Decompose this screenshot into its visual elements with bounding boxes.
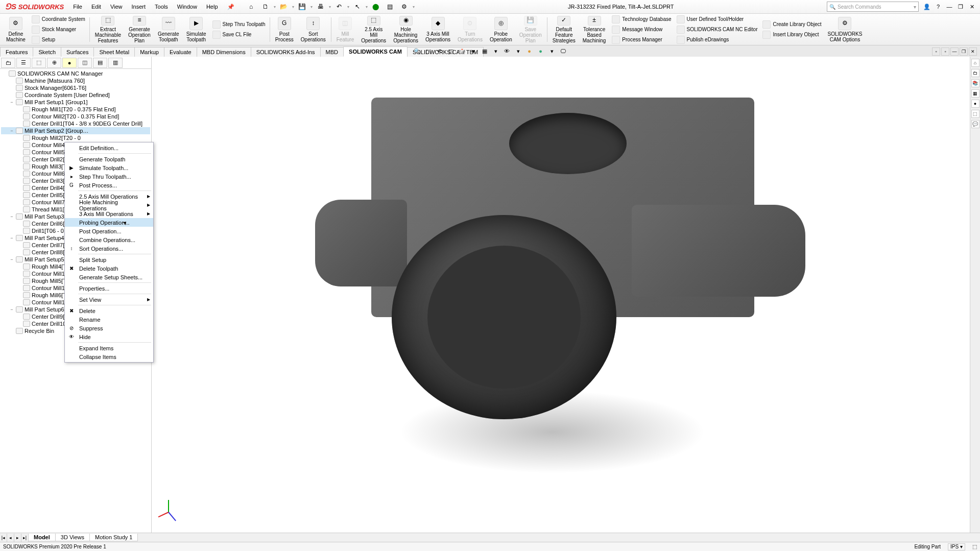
select-icon[interactable]: ↖ [351,2,364,12]
help-icon[interactable]: ? [934,3,942,11]
3-axis-button[interactable]: ◆3 Axis Mill Operations [422,15,453,44]
tree-row[interactable]: Coordinate System [User Defined] [1,91,150,99]
home-pane-icon[interactable]: ⌂ [971,59,979,67]
tree-row[interactable]: SOLIDWORKS CAM NC Manager [1,70,150,77]
display-style-icon[interactable]: ▦ [480,46,489,56]
tree-row[interactable]: Center Drill1[T04 - 3/8 x 90DEG Center D… [1,120,150,127]
tree-row[interactable]: Rough Mill2[T20 - 0 [1,134,150,141]
simulate-toolpath-button[interactable]: ▶Simulate Toolpath [183,15,209,44]
close-icon[interactable]: ✕ [968,3,976,11]
cm-hole-machining-operations[interactable]: Hole Machining Operations▶ [65,201,153,209]
tab-next-icon[interactable]: ▸ [14,534,21,542]
home-icon[interactable]: ⌂ [245,2,258,12]
tab-mbd[interactable]: MBD [320,47,344,57]
step-item-0[interactable]: Step Thru Toolpath [210,20,268,29]
zoom-fit-icon[interactable]: 🔍 [413,46,422,56]
tree-row[interactable]: Stock Manager[6061-T6] [1,84,150,91]
tech-item-2[interactable]: Process Manager [610,35,673,44]
pin-icon[interactable]: 📌 [227,4,234,10]
tab-markup[interactable]: Markup [134,47,164,57]
lib-item-1[interactable]: Insert Library Object [760,30,823,39]
vp-min-icon[interactable]: — [950,47,959,56]
cm-combine-operations-[interactable]: Combine Operations... [65,235,153,244]
tab-mbd-dimensions[interactable]: MBD Dimensions [197,47,251,57]
menu-insert[interactable]: Insert [128,2,150,12]
tab-solidworks-cam[interactable]: SOLIDWORKS CAM [343,46,408,57]
resources-pane-icon[interactable]: 🗀 [971,69,979,77]
tech-item-1[interactable]: Message Window [610,25,673,34]
render-icon[interactable]: 🖵 [559,46,568,56]
config-tab[interactable]: ⬚ [32,58,46,68]
new-icon[interactable]: 🗋 [259,2,272,12]
tree-row[interactable]: Rough Mill1[T20 - 0.375 Flat End] [1,106,150,113]
vp-max-icon[interactable]: ❐ [960,47,968,56]
stock-item-1[interactable]: Stock Manager [30,25,87,34]
tool-item-0[interactable]: User Defined Tool/Holder [675,15,760,24]
stock-item-0[interactable]: Coordinate System [30,15,87,24]
menu-help[interactable]: Help [202,2,222,12]
display-tab[interactable]: ● [62,58,77,68]
cm-collapse-items[interactable]: Collapse Items [65,352,153,361]
tab-surfaces[interactable]: Surfaces [61,47,94,57]
sort-operations-button[interactable]: ↕Sort Operations [298,15,329,44]
settings-icon[interactable]: ⚙ [398,2,411,12]
menu-file[interactable]: File [69,2,86,12]
cm-set-view[interactable]: Set View▶ [65,295,153,304]
25-axis-button[interactable]: ⬚2.5 Axis Mill Operations [358,15,389,44]
cm-delete[interactable]: ✖Delete [65,306,153,315]
status-units[interactable]: IPS ▾ [948,543,965,550]
tab-prev-icon[interactable]: ◂ [7,534,14,542]
view-pane-icon[interactable]: ▦ [971,89,979,98]
cm-delete-toolpath[interactable]: ✖Delete Toolpath [65,264,153,273]
prev-view-icon[interactable]: ↶ [435,46,444,56]
tolerance-machining-button[interactable]: ±Tolerance Based Machining [580,15,609,44]
forum-pane-icon[interactable]: 💬 [971,120,979,128]
tab-sheet-metal[interactable]: Sheet Metal [93,47,135,57]
post-process-button[interactable]: GPost Process [272,15,297,44]
extract-features-button[interactable]: ⬚Extract Machinable Features [92,15,124,44]
cm-properties-[interactable]: Properties... [65,284,153,293]
cm-probing-operation-[interactable]: Probing Operation... [65,218,153,227]
tool-item-1[interactable]: SOLIDWORKS CAM NC Editor [675,25,760,34]
search-dropdown-icon[interactable]: ▾ [914,4,916,10]
cam-options-button[interactable]: ⚙SOLIDWORKS CAM Options [825,15,866,44]
tree-row[interactable]: Machine [Matsuura 760] [1,77,150,84]
cm-post-operation-[interactable]: Post Operation... [65,227,153,235]
open-icon[interactable]: 📂 [277,2,291,12]
bottom-tab-motion-study-1[interactable]: Motion Study 1 [89,534,138,541]
menu-tools[interactable]: Tools [151,2,172,12]
view-orient-icon[interactable]: 🎲 [458,46,467,56]
tab-features[interactable]: Features [0,47,33,57]
cm-edit-definition-[interactable]: Edit Definition... [65,143,153,152]
tab-evaluate[interactable]: Evaluate [164,47,197,57]
scene-icon[interactable]: ● [536,46,545,56]
bottom-tab-3d-views[interactable]: 3D Views [55,534,90,541]
minimize-icon[interactable]: — [945,3,953,11]
cm-split-setup[interactable]: Split Setup [65,255,153,264]
cm-3-axis-mill-operations[interactable]: 3 Axis Mill Operations▶ [65,209,153,218]
cm-expand-items[interactable]: Expand Items [65,344,153,352]
undo-icon[interactable]: ↶ [332,2,346,12]
tab-sketch[interactable]: Sketch [33,47,61,57]
tech-item-0[interactable]: Technology Database [610,15,673,24]
generate-operation-plan-button[interactable]: ≡Generate Operation Plan [125,15,154,44]
cm-hide[interactable]: 👁Hide [65,332,153,341]
probe-operation-button[interactable]: ◎Probe Operation [487,15,515,44]
tab-solidworks-add-ins[interactable]: SOLIDWORKS Add-Ins [251,47,321,57]
lib-item-0[interactable]: Create Library Object [760,20,823,29]
status-icon[interactable]: ⬚ [972,544,977,549]
tab-last-icon[interactable]: ▸| [21,534,29,542]
options-icon[interactable]: ▤ [384,2,397,12]
cm-post-process-[interactable]: GPost Process... [65,181,153,189]
generate-toolpath-button[interactable]: 〰Generate Toolpath [155,15,182,44]
default-feature-strategies-button[interactable]: ✓Default Feature Strategies [549,15,579,44]
cm-sort-operations-[interactable]: ↕Sort Operations... [65,244,153,253]
cm-rename[interactable]: Rename [65,315,153,324]
save-icon[interactable]: 💾 [296,2,309,12]
hide-show-icon[interactable]: 👁 [503,46,512,56]
dim-tab[interactable]: ⊕ [47,58,61,68]
menu-edit[interactable]: Edit [87,2,105,12]
cam-tree-tab[interactable]: ◫ [78,58,92,68]
hole-operations-button[interactable]: ◉Hole Machining Operations [390,15,421,44]
section-view-icon[interactable]: ◫ [446,46,456,56]
